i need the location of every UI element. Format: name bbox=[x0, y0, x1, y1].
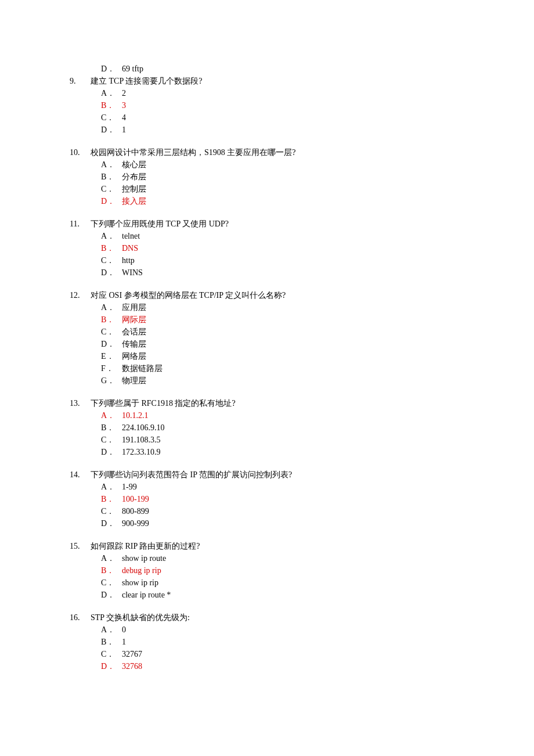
option: C．4 bbox=[101, 111, 464, 124]
option: D．传输层 bbox=[101, 338, 464, 350]
option: F．数据链路层 bbox=[101, 362, 464, 375]
option: C．191.108.3.5 bbox=[101, 434, 464, 446]
options-list: A．0B．1C．32767D．32768 bbox=[101, 624, 464, 672]
option: E．网络层 bbox=[101, 350, 464, 362]
question: 11.下列哪个应用既使用 TCP 又使用 UDP?A．telnetB．DNSC．… bbox=[70, 218, 464, 279]
option: B．1 bbox=[101, 636, 464, 648]
question-number: 9. bbox=[70, 75, 91, 87]
option-letter: A． bbox=[101, 481, 122, 493]
question-line: 11.下列哪个应用既使用 TCP 又使用 UDP? bbox=[70, 218, 464, 230]
option-letter: D． bbox=[101, 195, 122, 207]
option-letter: D． bbox=[101, 63, 122, 75]
options-list: A．show ip routeB．debug ip ripC．show ip r… bbox=[101, 552, 464, 601]
option: C．会话层 bbox=[101, 326, 464, 338]
option: A．核心层 bbox=[101, 159, 464, 171]
option-letter: B． bbox=[101, 99, 122, 111]
option-text: 4 bbox=[122, 111, 464, 124]
option: A．0 bbox=[101, 624, 464, 636]
option-text: 核心层 bbox=[122, 159, 464, 171]
question-line: 15.如何跟踪 RIP 路由更新的过程? bbox=[70, 540, 464, 552]
question: 13.下列哪些属于 RFC1918 指定的私有地址?A．10.1.2.1B．22… bbox=[70, 397, 464, 458]
option-text: 2 bbox=[122, 87, 464, 99]
option-letter: C． bbox=[101, 505, 122, 517]
option: B．网际层 bbox=[101, 314, 464, 326]
option-text: 会话层 bbox=[122, 326, 464, 338]
option-text: 应用层 bbox=[122, 301, 464, 314]
option-letter: D． bbox=[101, 446, 122, 458]
question-text: STP 交换机缺省的优先级为: bbox=[91, 611, 464, 624]
question-line: 14.下列哪些访问列表范围符合 IP 范围的扩展访问控制列表? bbox=[70, 469, 464, 481]
option-letter: D． bbox=[101, 124, 122, 136]
question-text: 如何跟踪 RIP 路由更新的过程? bbox=[91, 540, 464, 552]
option-letter: B． bbox=[101, 242, 122, 254]
question-text: 下列哪些属于 RFC1918 指定的私有地址? bbox=[91, 397, 464, 409]
question-number: 16. bbox=[70, 611, 91, 624]
option-text: 网络层 bbox=[122, 350, 464, 362]
option: B．100-199 bbox=[101, 493, 464, 505]
option-letter: E． bbox=[101, 350, 122, 362]
option-letter: C． bbox=[101, 326, 122, 338]
option-letter: D． bbox=[101, 267, 122, 279]
options-list: A．应用层B．网际层C．会话层D．传输层E．网络层F．数据链路层G．物理层 bbox=[101, 301, 464, 387]
options-list: A．2B．3C．4D．1 bbox=[101, 87, 464, 136]
option-text: debug ip rip bbox=[122, 564, 464, 577]
option-text: show ip route bbox=[122, 552, 464, 564]
option-text: 69 tftp bbox=[122, 63, 464, 75]
option-text: 900-999 bbox=[122, 517, 464, 530]
option: C．32767 bbox=[101, 648, 464, 660]
option: B．DNS bbox=[101, 242, 464, 254]
option: D．clear ip route * bbox=[101, 589, 464, 601]
option: C．http bbox=[101, 254, 464, 267]
option-text: 224.106.9.10 bbox=[122, 422, 464, 434]
option-text: DNS bbox=[122, 242, 464, 254]
option-letter: D． bbox=[101, 338, 122, 350]
option-letter: A． bbox=[101, 159, 122, 171]
question-text: 下列哪个应用既使用 TCP 又使用 UDP? bbox=[91, 218, 464, 230]
option-letter: A． bbox=[101, 552, 122, 564]
option-letter: G． bbox=[101, 375, 122, 387]
option-text: 接入层 bbox=[122, 195, 464, 207]
question-line: 9.建立 TCP 连接需要几个数据段? bbox=[70, 75, 464, 87]
option-letter: A． bbox=[101, 87, 122, 99]
question: 10.校园网设计中常采用三层结构，S1908 主要应用在哪一层?A．核心层B．分… bbox=[70, 146, 464, 207]
option: D．WINS bbox=[101, 267, 464, 279]
question-text: 建立 TCP 连接需要几个数据段? bbox=[91, 75, 464, 87]
options-list: A．核心层B．分布层C．控制层D．接入层 bbox=[101, 159, 464, 207]
option-text: 1 bbox=[122, 124, 464, 136]
option: B．3 bbox=[101, 99, 464, 111]
option: D．接入层 bbox=[101, 195, 464, 207]
option-letter: B． bbox=[101, 636, 122, 648]
option-text: 32767 bbox=[122, 648, 464, 660]
option: A．2 bbox=[101, 87, 464, 99]
options-list: A．10.1.2.1B．224.106.9.10C．191.108.3.5D．1… bbox=[101, 409, 464, 458]
option-text: clear ip route * bbox=[122, 589, 464, 601]
option: B．分布层 bbox=[101, 171, 464, 183]
option-text: WINS bbox=[122, 267, 464, 279]
option-letter: B． bbox=[101, 493, 122, 505]
option-letter: B． bbox=[101, 314, 122, 326]
option-letter: D． bbox=[101, 660, 122, 672]
question-number: 12. bbox=[70, 289, 91, 301]
option-letter: C． bbox=[101, 254, 122, 267]
option: C．800-899 bbox=[101, 505, 464, 517]
question-number: 15. bbox=[70, 540, 91, 552]
exam-page: D． 69 tftp 9.建立 TCP 连接需要几个数据段?A．2B．3C．4D… bbox=[0, 0, 534, 756]
option-letter: C． bbox=[101, 577, 122, 589]
option-text: 800-899 bbox=[122, 505, 464, 517]
option-text: 0 bbox=[122, 624, 464, 636]
option-letter: C． bbox=[101, 111, 122, 124]
question-number: 10. bbox=[70, 146, 91, 159]
option-text: 32768 bbox=[122, 660, 464, 672]
question-text: 下列哪些访问列表范围符合 IP 范围的扩展访问控制列表? bbox=[91, 469, 464, 481]
option: G．物理层 bbox=[101, 375, 464, 387]
options-list: A．1-99B．100-199C．800-899D．900-999 bbox=[101, 481, 464, 530]
option-letter: C． bbox=[101, 648, 122, 660]
option-letter: A． bbox=[101, 230, 122, 242]
option: B．debug ip rip bbox=[101, 564, 464, 577]
question-number: 14. bbox=[70, 469, 91, 481]
option-letter: D． bbox=[101, 517, 122, 530]
option: A．show ip route bbox=[101, 552, 464, 564]
question: 12.对应 OSI 参考模型的网络层在 TCP/IP 定义叫什么名称?A．应用层… bbox=[70, 289, 464, 387]
option-text: show ip rip bbox=[122, 577, 464, 589]
option-text: http bbox=[122, 254, 464, 267]
